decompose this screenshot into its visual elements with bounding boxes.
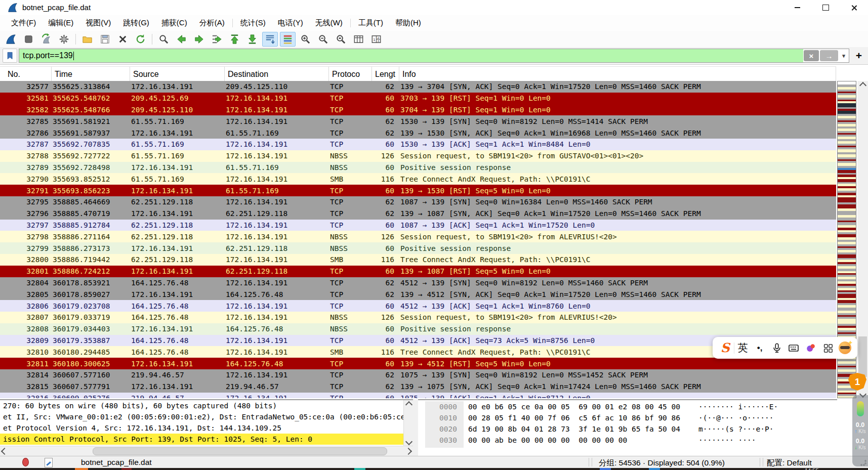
detail-scroll-up-icon[interactable]: [404, 400, 413, 409]
packet-row[interactable]: 32805360178.859027172.16.134.191164.125.…: [0, 288, 836, 300]
hscrollbar-thumb[interactable]: [93, 447, 387, 455]
packet-row[interactable]: 32806360179.023708164.125.76.48172.16.13…: [0, 300, 836, 312]
zoom-in-button[interactable]: [298, 32, 313, 47]
ime-language-toggle[interactable]: 英: [734, 337, 752, 359]
taskbar-app-icon[interactable]: [121, 468, 132, 470]
taskbar-app-icon[interactable]: [354, 468, 365, 470]
detail-vertical-scrollbar[interactable]: [403, 400, 413, 446]
packet-row[interactable]: 32787355692.70783561.55.71.169172.16.134…: [0, 139, 836, 150]
numbered-columns-button[interactable]: 123: [368, 32, 384, 47]
menu-wireless[interactable]: 无线(W): [309, 16, 349, 30]
menu-go[interactable]: 跳转(G): [117, 16, 155, 30]
packet-row[interactable]: 32801358886.724212172.16.134.19162.251.1…: [0, 266, 836, 277]
packet-row[interactable]: 32814360607.577160219.94.46.57172.16.134…: [0, 369, 836, 381]
packet-row[interactable]: 32798358886.27116462.251.129.118172.16.1…: [0, 231, 836, 242]
packet-row[interactable]: 32785355691.58192161.55.71.169172.16.134…: [0, 115, 836, 127]
column-header-time[interactable]: Time: [52, 67, 130, 81]
packet-row[interactable]: 32811360180.300625172.16.134.191164.125.…: [0, 358, 836, 369]
packet-row[interactable]: 32796358885.470719172.16.134.19162.251.1…: [0, 208, 836, 220]
menu-help[interactable]: 帮助(H): [389, 16, 427, 30]
detail-scroll-down-icon[interactable]: [404, 437, 413, 446]
column-header-source[interactable]: Source: [130, 67, 225, 81]
packet-row[interactable]: 32815360607.577791172.16.134.191219.94.4…: [0, 381, 836, 393]
packet-row[interactable]: 32790355693.85251261.55.71.169172.16.134…: [0, 173, 836, 185]
column-header-lengt[interactable]: Lengt: [372, 67, 399, 81]
packet-row[interactable]: 32804360178.853921164.125.76.48172.16.13…: [0, 277, 836, 289]
start-capture-button[interactable]: [3, 32, 19, 47]
packet-row[interactable]: 32809360179.353887164.125.76.48172.16.13…: [0, 335, 836, 347]
menu-edit[interactable]: 编辑(E): [42, 16, 79, 30]
detail-horizontal-scrollbar[interactable]: [0, 446, 413, 456]
menu-view[interactable]: 视图(V): [79, 16, 117, 30]
packet-row[interactable]: 32581355625.548762209.45.125.69172.16.13…: [0, 93, 836, 104]
menu-file[interactable]: 文件(F): [5, 16, 42, 30]
go-to-packet-button[interactable]: [209, 32, 225, 47]
scroll-up-icon[interactable]: [857, 81, 868, 90]
profile-text[interactable]: 配置: Default: [767, 458, 812, 468]
expert-info-icon[interactable]: [22, 458, 29, 466]
menu-analyze[interactable]: 分析(A): [193, 16, 231, 30]
maximize-button[interactable]: [811, 0, 840, 15]
close-file-button[interactable]: [115, 32, 131, 47]
zoom-out-button[interactable]: [315, 32, 331, 47]
taskbar-app-icon[interactable]: [649, 468, 660, 470]
packet-row[interactable]: 32795358885.46466962.251.129.118172.16.1…: [0, 196, 836, 208]
column-header-protoco[interactable]: Protoco: [329, 67, 372, 81]
menu-capture[interactable]: 捕获(C): [155, 16, 193, 30]
filter-clear-button[interactable]: ×: [804, 50, 819, 61]
ime-skin-button[interactable]: [802, 337, 819, 359]
restart-capture-button[interactable]: [38, 32, 54, 47]
taskbar-app-icon[interactable]: [600, 468, 611, 470]
scroll-right-icon[interactable]: [404, 446, 413, 456]
packet-row[interactable]: 32791355693.856223172.16.134.19161.55.71…: [0, 185, 836, 196]
menu-telephony[interactable]: 电话(Y): [272, 16, 309, 30]
filter-dropdown-button[interactable]: ▾: [839, 50, 848, 61]
ime-voice-button[interactable]: [768, 337, 786, 359]
scroll-left-icon[interactable]: [0, 446, 9, 456]
net-speed-widget[interactable]: 0.0 ↑ K/s 0.0 ↓ K/s: [852, 395, 868, 466]
ime-punctuation-toggle[interactable]: •,: [751, 337, 768, 359]
packet-row[interactable]: 32799358886.273173172.16.134.19162.251.1…: [0, 242, 836, 254]
packet-row[interactable]: 32789355692.728498172.16.134.19161.55.71…: [0, 162, 836, 174]
auto-scroll-button[interactable]: [262, 32, 278, 47]
packet-row[interactable]: 32788355692.72772261.55.71.169172.16.134…: [0, 150, 836, 162]
filter-apply-button[interactable]: →: [820, 50, 838, 61]
packet-row[interactable]: 32800358886.71944262.251.129.118172.16.1…: [0, 254, 836, 266]
previous-packet-button[interactable]: [174, 32, 189, 47]
close-button[interactable]: [840, 0, 868, 15]
last-packet-button[interactable]: [244, 32, 260, 47]
detail-line[interactable]: ission Control Protocol, Src Port: 139, …: [0, 434, 403, 445]
capture-comment-icon[interactable]: [45, 458, 53, 467]
colorize-button[interactable]: [280, 32, 296, 47]
next-packet-button[interactable]: [191, 32, 207, 47]
zoom-reset-button[interactable]: [333, 32, 349, 47]
column-header-no[interactable]: No.: [0, 67, 52, 81]
detail-line[interactable]: 270: 60 bytes on wire (480 bits), 60 byt…: [0, 400, 403, 411]
detail-line[interactable]: et II, Src: VMware_00:01:e2 (00:05:69:00…: [0, 411, 403, 422]
add-filter-button[interactable]: +: [852, 49, 865, 62]
packet-row[interactable]: 32582355625.548766209.45.125.110172.16.1…: [0, 104, 836, 116]
resize-columns-button[interactable]: [351, 32, 366, 47]
packet-row[interactable]: 32810360180.294485164.125.76.48172.16.13…: [0, 346, 836, 358]
packet-row[interactable]: 32816360609.025276219.94.46.57172.16.134…: [0, 393, 836, 398]
first-packet-button[interactable]: [227, 32, 242, 47]
pane-splitter[interactable]: [413, 399, 418, 456]
stop-capture-button[interactable]: [21, 32, 36, 47]
minimize-button[interactable]: [783, 0, 811, 15]
packet-list-scrollbar[interactable]: [857, 81, 868, 398]
capture-options-button[interactable]: [56, 32, 72, 47]
packet-row[interactable]: 32577355625.313864172.16.134.191209.45.1…: [0, 81, 836, 93]
windows-taskbar[interactable]: 14:55: [0, 468, 868, 470]
sogou-logo-button[interactable]: S: [717, 337, 734, 359]
taskbar-app-icon[interactable]: [75, 468, 88, 470]
ime-assistant-button[interactable]: ✦: [836, 337, 853, 359]
menu-statistics[interactable]: 统计(S): [234, 16, 272, 30]
column-header-destination[interactable]: Destination: [225, 67, 329, 81]
packet-row[interactable]: 32786355691.587937172.16.134.19161.55.71…: [0, 127, 836, 139]
column-header-info[interactable]: Info: [399, 67, 836, 81]
hex-line[interactable]: 001000 28 05 f1 40 00 7f 06 c5 6f ac 10 …: [418, 412, 837, 423]
scrollbar-thumb[interactable]: [858, 336, 867, 377]
filter-bookmark-button[interactable]: [3, 49, 17, 63]
detail-line[interactable]: et Protocol Version 4, Src: 172.16.134.1…: [0, 422, 403, 434]
display-filter-input[interactable]: tcp.port==139: [19, 49, 803, 62]
